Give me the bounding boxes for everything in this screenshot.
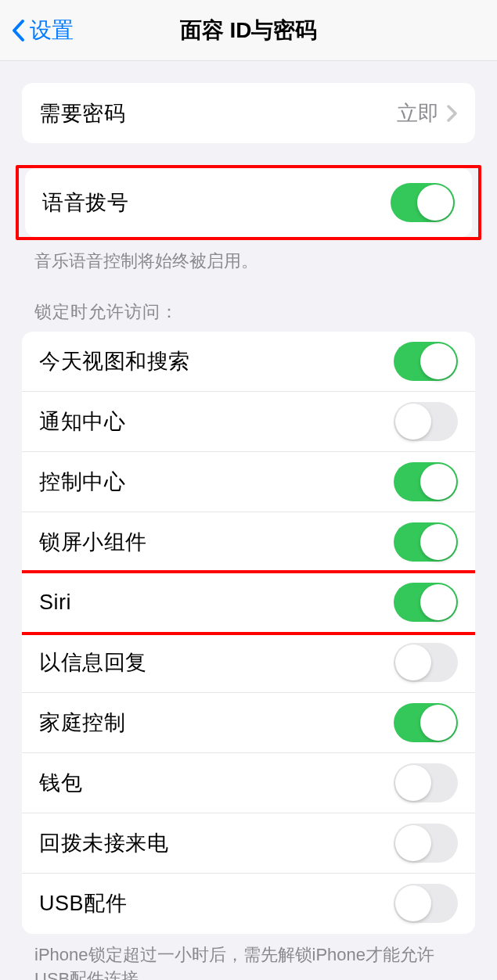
voice-dial-toggle[interactable] bbox=[391, 183, 455, 222]
voice-dial-label: 语音拨号 bbox=[42, 188, 128, 217]
access-row-label: 回拨未接来电 bbox=[39, 829, 168, 857]
access-toggle[interactable] bbox=[394, 462, 458, 501]
access-row: USB配件 bbox=[22, 874, 475, 934]
access-toggle[interactable] bbox=[394, 522, 458, 562]
require-passcode-value: 立即 bbox=[397, 99, 458, 127]
access-row: 回拨未接来电 bbox=[22, 813, 475, 874]
siri-highlight: Siri bbox=[22, 573, 475, 633]
access-row-label: USB配件 bbox=[39, 889, 127, 917]
access-row-label: 今天视图和搜索 bbox=[39, 347, 190, 375]
access-row: 家庭控制 bbox=[22, 693, 475, 753]
allow-access-header: 锁定时允许访问： bbox=[34, 300, 463, 324]
access-row-label: Siri bbox=[39, 591, 71, 615]
access-toggle[interactable] bbox=[394, 342, 458, 381]
access-toggle[interactable] bbox=[394, 643, 458, 682]
access-toggle[interactable] bbox=[394, 583, 458, 622]
passcode-group: 需要密码 立即 bbox=[22, 83, 475, 143]
allow-access-group: 今天视图和搜索通知中心控制中心锁屏小组件Siri以信息回复家庭控制钱包回拨未接来… bbox=[22, 332, 475, 934]
voice-dial-row: 语音拨号 bbox=[25, 168, 472, 237]
require-passcode-label: 需要密码 bbox=[39, 99, 125, 127]
access-row-label: 以信息回复 bbox=[39, 648, 147, 677]
access-row-label: 通知中心 bbox=[39, 407, 125, 436]
access-toggle[interactable] bbox=[394, 763, 458, 802]
access-row: 今天视图和搜索 bbox=[22, 332, 475, 392]
back-label: 设置 bbox=[30, 16, 74, 45]
chevron-right-icon bbox=[447, 104, 458, 123]
access-toggle[interactable] bbox=[394, 703, 458, 742]
access-row-label: 控制中心 bbox=[39, 468, 125, 496]
access-row-label: 钱包 bbox=[39, 769, 82, 797]
access-row: 以信息回复 bbox=[22, 633, 475, 693]
access-row: Siri bbox=[22, 573, 475, 633]
nav-header: 设置 面容 ID与密码 bbox=[0, 0, 497, 61]
access-row: 锁屏小组件 bbox=[22, 512, 475, 573]
access-toggle[interactable] bbox=[394, 884, 458, 923]
access-row: 通知中心 bbox=[22, 392, 475, 452]
access-row-label: 家庭控制 bbox=[39, 709, 125, 737]
access-toggle[interactable] bbox=[394, 824, 458, 863]
page-title: 面容 ID与密码 bbox=[0, 16, 497, 45]
access-row: 钱包 bbox=[22, 753, 475, 813]
usb-footer: iPhone锁定超过一小时后，需先解锁iPhone才能允许USB配件连接。 bbox=[34, 943, 463, 980]
access-row: 控制中心 bbox=[22, 452, 475, 512]
access-toggle[interactable] bbox=[394, 402, 458, 441]
back-button[interactable]: 设置 bbox=[0, 16, 74, 45]
chevron-left-icon bbox=[11, 19, 25, 42]
access-row-label: 锁屏小组件 bbox=[39, 528, 147, 556]
require-passcode-row[interactable]: 需要密码 立即 bbox=[22, 83, 475, 143]
voice-dial-highlight: 语音拨号 bbox=[16, 165, 481, 240]
voice-dial-footer: 音乐语音控制将始终被启用。 bbox=[34, 249, 463, 274]
